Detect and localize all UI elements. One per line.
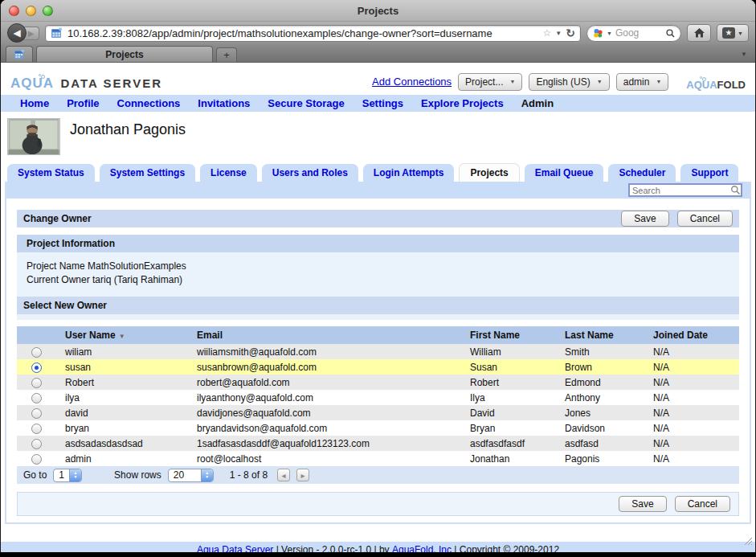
cell-email: wiiliamsmith@aquafold.com: [194, 344, 467, 359]
search-engine-caret-icon[interactable]: ▼: [607, 31, 612, 36]
window-title: Projects: [1, 5, 755, 17]
mac-titlebar: Projects: [1, 0, 755, 22]
owner-radio[interactable]: [31, 347, 42, 358]
back-button[interactable]: ◀: [7, 23, 27, 43]
url-dropdown-icon[interactable]: ▼: [555, 30, 562, 37]
tab-projects[interactable]: Projects: [459, 163, 519, 182]
cell-username: Robert: [62, 375, 194, 390]
nav-invitations[interactable]: Invitations: [198, 97, 250, 109]
show-rows-stepper[interactable]: 20 ▲▼: [168, 469, 214, 482]
new-tab-button[interactable]: +: [216, 47, 237, 62]
next-page-button[interactable]: ▸: [296, 469, 309, 481]
nav-settings[interactable]: Settings: [362, 97, 403, 109]
logo-aqua-text: AQUA: [10, 76, 54, 91]
owner-radio[interactable]: [31, 439, 42, 449]
tab-system-settings[interactable]: System Settings: [100, 164, 195, 182]
tab-strip: Projects + ▼: [1, 44, 755, 63]
table-row[interactable]: wiliamwiiliamsmith@aquafold.comWilliamSm…: [17, 344, 739, 359]
project-name-line: Project Name MathSolutionExamples: [27, 260, 729, 273]
goto-stepper[interactable]: 1 ▲▼: [53, 469, 82, 482]
browser-tab-projects[interactable]: Projects: [36, 46, 213, 62]
cell-last: Smith: [562, 344, 650, 359]
url-input[interactable]: [67, 27, 538, 39]
web-search-box[interactable]: ▼ Goog: [586, 25, 681, 42]
tab-email-queue[interactable]: Email Queue: [525, 164, 604, 182]
owner-radio[interactable]: [31, 393, 42, 403]
cell-joined: N/A: [650, 451, 739, 466]
cell-username: asdsadasdasdsad: [62, 436, 194, 451]
table-row[interactable]: adminroot@localhostJonathanPagonisN/A: [17, 451, 739, 466]
footer-aquafold-link[interactable]: AquaFold, Inc: [392, 544, 452, 552]
tab-content-strip: [6, 182, 750, 199]
row-range-label: 1 - 8 of 8: [230, 469, 268, 481]
footer-ads-link[interactable]: Aqua Data Server: [197, 544, 273, 552]
tab-license[interactable]: License: [200, 164, 257, 182]
save-button[interactable]: Save: [621, 211, 668, 227]
stepper-arrows-icon[interactable]: ▲▼: [69, 469, 81, 481]
table-search-box[interactable]: [628, 183, 742, 197]
cell-first: Susan: [467, 359, 562, 375]
cell-joined: N/A: [650, 436, 739, 451]
tab-users-and-roles[interactable]: Users and Roles: [262, 164, 358, 182]
add-connections-link[interactable]: Add Connections: [372, 76, 452, 88]
owner-radio[interactable]: [31, 362, 42, 373]
cancel-button-bottom[interactable]: Cancel: [675, 496, 730, 512]
tab-support[interactable]: Support: [680, 164, 738, 182]
app-tab[interactable]: [6, 46, 33, 62]
col-joined-date[interactable]: Joined Date: [650, 326, 739, 344]
tab-system-status[interactable]: System Status: [7, 164, 95, 182]
cell-last: asdfasd: [562, 436, 650, 451]
owner-radio[interactable]: [31, 424, 42, 434]
resize-grip[interactable]: [742, 534, 753, 546]
save-button-bottom[interactable]: Save: [619, 496, 666, 512]
bookmark-star-icon[interactable]: ☆: [543, 27, 552, 39]
nav-explore-projects[interactable]: Explore Projects: [421, 97, 504, 109]
owner-radio[interactable]: [31, 408, 42, 419]
cancel-button[interactable]: Cancel: [677, 211, 733, 227]
tab-list-caret-icon[interactable]: ▼: [741, 51, 747, 58]
tab-login-attempts[interactable]: Login Attempts: [363, 164, 455, 182]
search-input[interactable]: [630, 186, 730, 195]
col-first-label: First Name: [470, 330, 520, 341]
search-icon[interactable]: [730, 185, 741, 195]
prev-page-button[interactable]: ◂: [277, 469, 290, 481]
cell-email: davidjones@aquafold.com: [194, 405, 467, 420]
col-username-label: User Name: [65, 330, 116, 341]
url-bar[interactable]: ☆ ▼ ↻: [45, 25, 581, 42]
avatar: [7, 118, 60, 155]
language-dropdown-value: English (US): [536, 76, 590, 88]
nav-connections[interactable]: Connections: [117, 97, 181, 109]
nav-home[interactable]: Home: [20, 97, 49, 109]
col-first-name[interactable]: First Name: [467, 326, 562, 344]
table-row[interactable]: ilyailyaanthony@aquafold.comIlyaAnthonyN…: [17, 390, 739, 405]
cell-first: William: [467, 344, 562, 359]
owner-radio[interactable]: [31, 378, 42, 388]
table-row[interactable]: Robertrobert@aquafold.comRobertEdmondN/A: [17, 375, 739, 390]
project-dropdown[interactable]: Project... ▼: [458, 73, 522, 91]
owner-radio[interactable]: [31, 454, 42, 465]
col-last-name[interactable]: Last Name: [562, 326, 650, 344]
reload-icon[interactable]: ↻: [566, 27, 575, 39]
footer-copyright-text: | Copyright © 2009-2012: [452, 544, 559, 552]
home-button[interactable]: [687, 24, 711, 42]
cell-joined: N/A: [650, 359, 739, 375]
bookmarks-caret-icon: ▼: [738, 31, 743, 36]
table-row[interactable]: susansusanbrown@aquafold.comSusanBrownN/…: [17, 359, 739, 375]
nav-profile[interactable]: Profile: [67, 97, 99, 109]
user-dropdown[interactable]: admin ▼: [616, 73, 669, 91]
stepper-arrows-icon[interactable]: ▲▼: [201, 469, 213, 481]
col-email[interactable]: Email: [194, 326, 467, 344]
browser-tab-label: Projects: [105, 49, 143, 60]
select-owner-title: Select New Owner: [23, 300, 107, 311]
tab-scheduler[interactable]: Scheduler: [608, 164, 676, 182]
bookmarks-menu-button[interactable]: ★ ▼: [717, 24, 749, 42]
col-username[interactable]: User Name▼: [62, 326, 194, 344]
table-row[interactable]: asdsadasdasdsad1sadfasasdasddf@aquafold1…: [17, 436, 739, 451]
search-magnifier-icon[interactable]: [666, 29, 675, 38]
language-dropdown[interactable]: English (US) ▼: [529, 73, 609, 91]
show-rows-value: 20: [169, 469, 201, 481]
table-row[interactable]: daviddavidjones@aquafold.comDavidJonesN/…: [17, 405, 739, 420]
nav-admin[interactable]: Admin: [521, 97, 554, 109]
nav-secure-storage[interactable]: Secure Storage: [268, 97, 344, 109]
table-row[interactable]: bryanbryandavidson@aquafold.comBryanDavi…: [17, 420, 739, 436]
